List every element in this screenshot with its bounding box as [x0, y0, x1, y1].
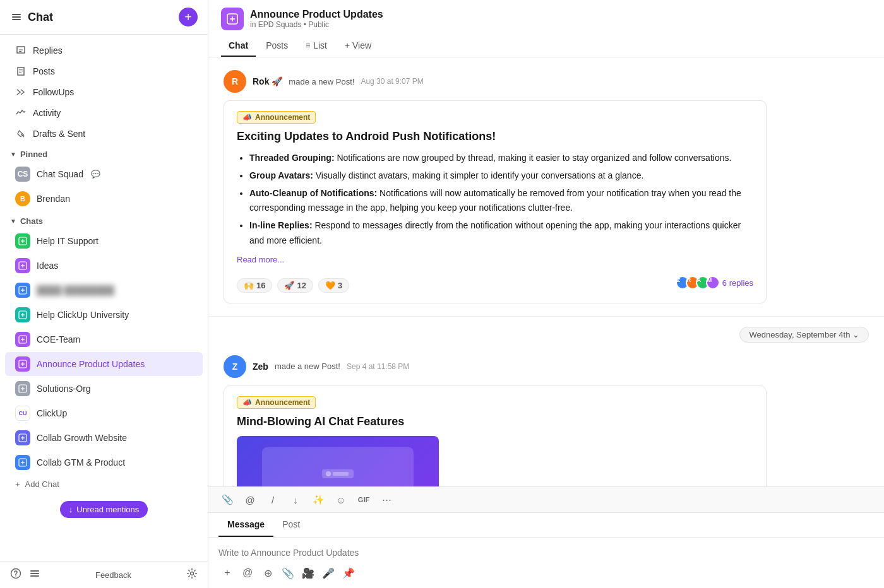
reply-count-1[interactable]: 6 replies	[722, 278, 753, 288]
tab-chat[interactable]: Chat	[221, 35, 256, 57]
sidebar-item-coe-team[interactable]: COE-Team	[5, 327, 203, 351]
message-block-2: Z Zeb made a new Post! Sep 4 at 11:58 PM…	[208, 343, 884, 486]
followups-icon	[15, 86, 27, 98]
composer-input[interactable]	[218, 545, 874, 560]
toolbar-at-icon[interactable]: @	[241, 491, 259, 509]
sidebar-item-help-it-support[interactable]: Help IT Support	[5, 229, 203, 253]
sidebar-footer-left	[10, 568, 40, 582]
main-content: R Rok 🚀 made a new Post! Aug 30 at 9:07 …	[208, 57, 884, 486]
composer: Message Post + @ ⊕ 📎 🎥 🎤 📌	[208, 512, 884, 588]
sidebar-item-replies[interactable]: Replies	[5, 40, 203, 61]
help-icon[interactable]	[10, 568, 21, 582]
sidebar-item-followups[interactable]: FollowUps	[5, 82, 203, 102]
toolbar-slash-icon[interactable]: /	[264, 491, 282, 509]
reaction-btn-clap[interactable]: 🙌 16	[237, 278, 272, 293]
composer-at-btn[interactable]: @	[239, 564, 256, 582]
sidebar-item-collab-growth-website[interactable]: Collab Growth Website	[5, 426, 203, 450]
sidebar: Chat + Replies Posts FollowUps	[0, 0, 208, 588]
sidebar-item-chat-squad[interactable]: CS Chat Squad 💬	[5, 162, 203, 186]
composer-attach-btn[interactable]: 📌	[340, 564, 357, 582]
announcement-badge-1: 📣 Announcement	[237, 111, 316, 124]
tab-list[interactable]: ≡ List	[298, 35, 335, 57]
activity-label: Activity	[33, 108, 61, 118]
announcement-label-2: Announcement	[255, 398, 310, 407]
composer-tab-post-label: Post	[282, 519, 300, 529]
tab-chat-label: Chat	[229, 40, 248, 50]
sidebar-item-clickup[interactable]: CU ClickUp	[5, 401, 203, 425]
coe-team-avatar	[15, 332, 30, 347]
add-chat-link[interactable]: + Add Chat	[5, 475, 203, 493]
composer-tab-message-label: Message	[227, 519, 265, 529]
solutions-org-avatar	[15, 381, 30, 396]
settings-icon[interactable]	[186, 568, 198, 582]
announce-product-updates-label: Announce Product Updates	[37, 359, 145, 369]
reaction-rocket-emoji: 🚀	[284, 281, 294, 290]
toolbar-emoji-icon[interactable]: ☺	[332, 491, 350, 509]
pinned-section-header[interactable]: ▼ Pinned	[0, 144, 208, 162]
svg-rect-34	[30, 573, 39, 574]
message-time-1: Aug 30 at 9:07 PM	[361, 77, 423, 86]
list-icon[interactable]	[29, 568, 40, 582]
sidebar-item-ideas[interactable]: Ideas	[5, 254, 203, 278]
sidebar-item-drafts[interactable]: Drafts & Sent	[5, 124, 203, 144]
composer-tab-message[interactable]: Message	[218, 513, 273, 537]
read-more-link-1[interactable]: Read more...	[237, 255, 753, 264]
chats-section-header[interactable]: ▼ Chats	[0, 211, 208, 228]
post-list-item-4: In-line Replies: Respond to messages dir…	[249, 218, 753, 249]
sidebar-item-activity[interactable]: Activity	[5, 103, 203, 123]
chat-squad-badge-icon: 💬	[91, 170, 100, 179]
sidebar-title: Chat	[28, 11, 53, 24]
sidebar-menu-icon[interactable]	[10, 11, 23, 23]
sidebar-item-collab-gtm-product[interactable]: Collab GTM & Product	[5, 450, 203, 474]
ideas-avatar	[15, 258, 30, 273]
sidebar-item-posts[interactable]: Posts	[5, 61, 203, 81]
add-chat-button[interactable]: +	[179, 8, 198, 26]
unread-mentions-label: Unread mentions	[76, 505, 139, 514]
tab-view-label: + View	[345, 40, 371, 50]
svg-rect-0	[12, 14, 21, 15]
message-author-1: Rok 🚀	[253, 76, 282, 86]
sidebar-item-help-clickup-university[interactable]: Help ClickUp University	[5, 303, 203, 327]
post-card-1: 📣 Announcement Exciting Updates to Andro…	[224, 100, 767, 303]
sidebar-item-blurred[interactable]: ████ ████████	[5, 278, 203, 302]
composer-mic-btn[interactable]: 🎤	[320, 564, 337, 582]
posts-icon	[15, 66, 27, 77]
composer-clip-btn[interactable]: 📎	[279, 564, 297, 582]
reaction-rocket-count: 12	[297, 281, 306, 290]
toolbar-gif-icon[interactable]: GIF	[355, 491, 373, 509]
tab-list-label: List	[313, 40, 327, 50]
reaction-btn-rocket[interactable]: 🚀 12	[277, 278, 313, 293]
posts-label: Posts	[33, 66, 55, 76]
toolbar-attach-icon[interactable]: 📎	[218, 491, 236, 509]
help-it-support-label: Help IT Support	[37, 236, 99, 246]
sidebar-item-announce-product-updates[interactable]: Announce Product Updates	[5, 352, 203, 376]
composer-mention-btn[interactable]: ⊕	[259, 564, 277, 582]
main-panel: Announce Product Updates in EPD Squads •…	[208, 0, 884, 588]
blurred-label: ████ ████████	[37, 285, 114, 295]
composer-tab-post[interactable]: Post	[273, 513, 309, 537]
svg-rect-35	[30, 575, 39, 577]
date-badge[interactable]: Wednesday, September 4th ⌄	[739, 327, 869, 343]
svg-point-32	[15, 575, 16, 577]
activity-icon	[15, 107, 27, 119]
date-divider: Wednesday, September 4th ⌄	[208, 317, 884, 343]
channel-meta: in EPD Squads • Public	[250, 20, 383, 29]
composer-camera-btn[interactable]: 🎥	[299, 564, 317, 582]
sidebar-item-solutions-org[interactable]: Solutions-Org	[5, 377, 203, 401]
toolbar-sparkle-icon[interactable]: ✨	[309, 491, 327, 509]
svg-rect-2	[12, 19, 21, 20]
reaction-btn-heart[interactable]: 🧡 3	[318, 278, 349, 293]
channel-text: Announce Product Updates in EPD Squads •…	[250, 9, 383, 29]
toolbar-download-icon[interactable]: ↓	[287, 491, 304, 509]
replies-section-1: Z R A M 6 replies	[676, 276, 753, 290]
message-avatar-2: Z	[224, 355, 246, 378]
tab-view[interactable]: + View	[337, 35, 379, 57]
tab-posts[interactable]: Posts	[258, 35, 296, 57]
composer-add-btn[interactable]: +	[218, 564, 236, 582]
toolbar-more-icon[interactable]: ⋯	[378, 491, 395, 509]
sidebar-item-brendan[interactable]: B Brendan	[5, 187, 203, 211]
unread-mentions-button[interactable]: ↓ Unread mentions	[60, 501, 148, 518]
main-tabs: Chat Posts ≡ List + View	[221, 35, 871, 57]
feedback-label[interactable]: Feedback	[95, 570, 131, 580]
post-card-2: 📣 Announcement Mind-Blowing AI Chat Feat…	[224, 385, 767, 486]
